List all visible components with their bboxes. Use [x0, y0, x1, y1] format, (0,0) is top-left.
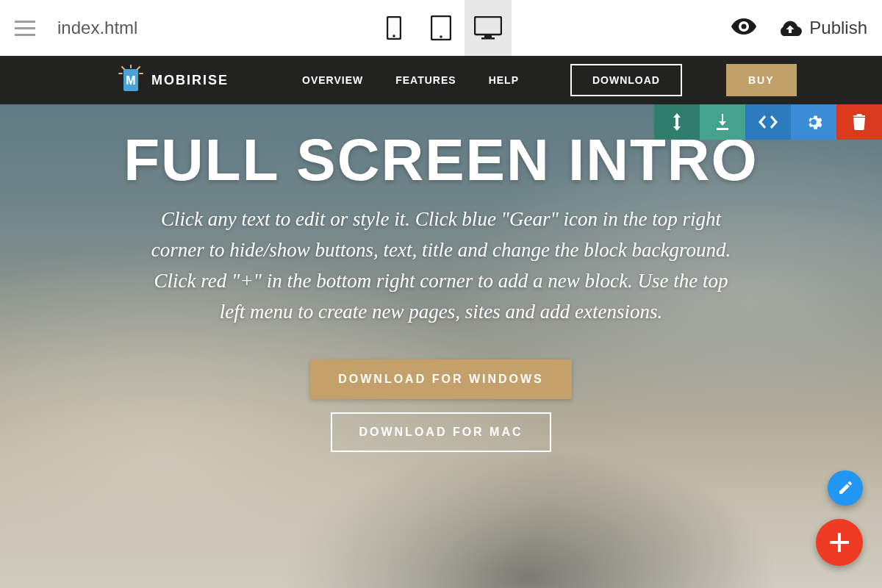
- move-vertical-icon: [670, 113, 684, 131]
- tablet-icon: [431, 15, 451, 40]
- hero-subtitle[interactable]: Click any text to edit or style it. Clic…: [147, 204, 735, 327]
- svg-point-3: [440, 35, 442, 38]
- block-delete-button[interactable]: [836, 104, 882, 140]
- svg-rect-5: [484, 35, 492, 37]
- site-navbar: M MOBIRISE OVERVIEW FEATURES HELP DOWNLO…: [0, 56, 882, 104]
- nav-link-features[interactable]: FEATURES: [395, 74, 456, 86]
- svg-line-12: [137, 67, 140, 69]
- eye-icon: [731, 18, 756, 35]
- cloud-upload-icon: [778, 20, 802, 36]
- nav-buy-button[interactable]: BUY: [726, 64, 797, 96]
- app-bar-right: Publish: [731, 18, 867, 38]
- nav-link-help[interactable]: HELP: [489, 74, 519, 86]
- brand-name: MOBIRISE: [151, 73, 229, 88]
- nav-links: OVERVIEW FEATURES HELP: [302, 74, 519, 86]
- hamburger-menu-icon[interactable]: [15, 21, 35, 36]
- cta-download-windows-button[interactable]: DOWNLOAD FOR WINDOWS: [310, 359, 572, 399]
- download-icon: [715, 114, 730, 130]
- svg-line-11: [122, 67, 124, 69]
- block-code-button[interactable]: [745, 104, 791, 140]
- code-icon: [759, 115, 778, 129]
- nav-download-button[interactable]: DOWNLOAD: [570, 64, 682, 96]
- cta-download-mac-button[interactable]: DOWNLOAD FOR MAC: [331, 412, 551, 452]
- app-bar: index.html Publish: [0, 0, 882, 56]
- brand-logo[interactable]: M MOBIRISE: [118, 65, 229, 96]
- block-download-button[interactable]: [700, 104, 745, 140]
- fab-edit-button[interactable]: [828, 470, 863, 506]
- svg-point-1: [392, 35, 395, 37]
- publish-label: Publish: [809, 18, 867, 38]
- block-settings-button[interactable]: [791, 104, 836, 140]
- mobirise-icon: M: [118, 65, 144, 96]
- plus-icon: [830, 533, 849, 552]
- device-desktop-button[interactable]: [465, 0, 512, 56]
- svg-rect-6: [481, 37, 495, 40]
- block-toolbar: [654, 104, 882, 140]
- svg-rect-4: [475, 17, 501, 35]
- trash-icon: [853, 114, 866, 130]
- device-tablet-button[interactable]: [417, 0, 465, 56]
- gear-icon: [806, 114, 822, 130]
- desktop-icon: [474, 16, 502, 40]
- nav-link-overview[interactable]: OVERVIEW: [302, 74, 363, 86]
- fab-add-block-button[interactable]: [816, 519, 863, 566]
- svg-text:M: M: [126, 74, 135, 87]
- preview-button[interactable]: [731, 18, 756, 37]
- device-switcher: [370, 0, 512, 56]
- svg-point-7: [742, 24, 747, 29]
- pencil-icon: [838, 481, 853, 495]
- device-phone-button[interactable]: [370, 0, 417, 56]
- block-move-button[interactable]: [654, 104, 700, 140]
- hero-block: FULL SCREEN INTRO Click any text to edit…: [0, 104, 882, 588]
- hero-buttons: DOWNLOAD FOR WINDOWS DOWNLOAD FOR MAC: [0, 359, 882, 452]
- publish-button[interactable]: Publish: [778, 18, 867, 38]
- smartphone-icon: [387, 16, 401, 40]
- filename-label: index.html: [57, 18, 137, 38]
